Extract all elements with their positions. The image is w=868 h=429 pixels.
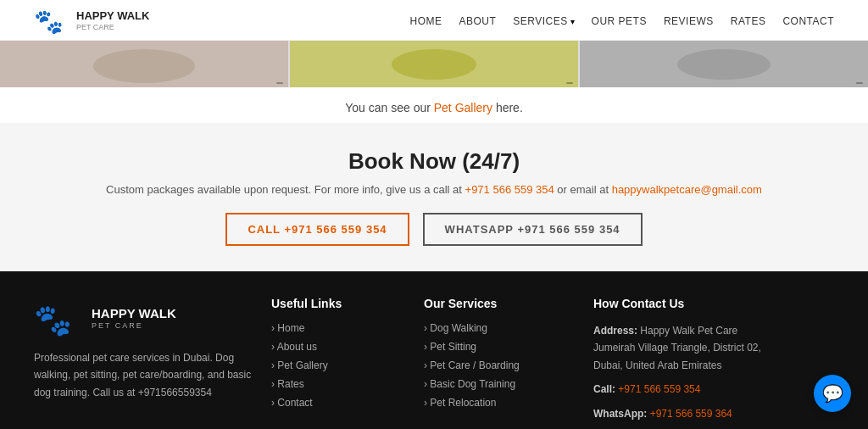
gallery-overlay-1: [276, 82, 283, 84]
svg-point-4: [392, 49, 476, 80]
service-dog-walking[interactable]: Dog Walking: [424, 322, 576, 334]
footer-contact: How Contact Us Address: Happy Walk Pet C…: [593, 297, 780, 429]
book-buttons: CALL +971 566 559 354 WHATSAPP +971 566 …: [17, 213, 851, 246]
book-desc-middle: or email at: [554, 183, 612, 196]
svg-text:🐾: 🐾: [34, 8, 64, 35]
pet-gallery-text-before: You can see our: [345, 101, 434, 114]
nav-link-services[interactable]: SERVICES: [513, 15, 567, 27]
nav-link-home[interactable]: HOME: [409, 15, 442, 27]
nav-links: HOME ABOUT SERVICES OUR PETS REVIEWS RAT…: [409, 14, 834, 27]
useful-links-list: Home About us Pet Gallery Rates Contact: [271, 322, 407, 409]
book-phone-link[interactable]: +971 566 559 354: [465, 183, 554, 196]
gallery-image-2: [290, 41, 578, 87]
footer-logo-name: HAPPY WALK: [92, 306, 176, 320]
useful-links-heading: Useful Links: [271, 297, 407, 310]
nav-item-rates[interactable]: RATES: [731, 14, 766, 27]
nav-link-contact[interactable]: CONTACT: [782, 15, 834, 27]
gallery-overlay-2: [566, 82, 573, 84]
nav-link-about[interactable]: ABOUT: [459, 15, 496, 27]
footer-brand: 🐾 HAPPY WALK PET CARE Professional pet c…: [34, 297, 254, 429]
pet-gallery-section: You can see our Pet Gallery here.: [0, 87, 868, 123]
useful-link-home[interactable]: Home: [271, 322, 407, 334]
footer-services: Our Services Dog Walking Pet Sitting Pet…: [424, 297, 576, 429]
nav-link-rates[interactable]: RATES: [731, 15, 766, 27]
svg-point-2: [93, 49, 195, 83]
pet-gallery-text-after: here.: [492, 101, 523, 114]
nav-item-contact[interactable]: CONTACT: [782, 14, 834, 27]
useful-link-contact[interactable]: Contact: [271, 397, 407, 409]
book-title: Book Now (24/7): [17, 148, 851, 175]
contact-heading: How Contact Us: [593, 297, 780, 310]
book-section: Book Now (24/7) Custom packages availabl…: [0, 123, 868, 271]
book-email-link[interactable]: happywalkpetcare@gmail.com: [612, 183, 762, 196]
footer-description: Professional pet care services in Dubai.…: [34, 349, 254, 401]
messenger-icon: 💬: [822, 383, 843, 404]
call-label: Call:: [593, 383, 615, 395]
logo[interactable]: 🐾 HAPPY WALK PET CARE: [34, 6, 149, 35]
svg-text:🐾: 🐾: [34, 302, 72, 338]
call-number[interactable]: +971 566 559 354: [618, 383, 700, 395]
footer-useful-links: Useful Links Home About us Pet Gallery R…: [271, 297, 407, 429]
call-button[interactable]: CALL +971 566 559 354: [225, 213, 409, 246]
footer-logo-sub: PET CARE: [92, 321, 176, 330]
contact-whatsapp: WhatsApp: +971 566 559 364: [593, 405, 780, 422]
nav-item-our-pets[interactable]: OUR PETS: [592, 14, 647, 27]
useful-link-pet-gallery[interactable]: Pet Gallery: [271, 359, 407, 371]
footer: 🐾 HAPPY WALK PET CARE Professional pet c…: [0, 271, 868, 429]
nav-item-home[interactable]: HOME: [409, 14, 442, 27]
nav-item-about[interactable]: ABOUT: [459, 14, 496, 27]
whatsapp-label: WhatsApp:: [593, 408, 647, 420]
gallery-image-1: [0, 41, 288, 87]
book-desc-before: Custom packages available upon request. …: [106, 183, 465, 196]
service-pet-relocation[interactable]: Pet Relocation: [424, 397, 576, 409]
logo-sub: PET CARE: [76, 23, 149, 31]
contact-address: Address: Happy Walk Pet Care Jumeirah Vi…: [593, 322, 780, 374]
contact-call: Call: +971 566 559 354: [593, 381, 780, 398]
nav-item-services[interactable]: SERVICES: [513, 14, 574, 27]
footer-logo: 🐾 HAPPY WALK PET CARE: [34, 297, 254, 339]
service-pet-care[interactable]: Pet Care / Boarding: [424, 359, 576, 371]
svg-point-6: [677, 49, 771, 80]
navigation: 🐾 HAPPY WALK PET CARE HOME ABOUT SERVICE…: [0, 0, 868, 41]
whatsapp-number[interactable]: +971 566 559 364: [650, 408, 732, 420]
nav-link-reviews[interactable]: REVIEWS: [664, 15, 714, 27]
pet-gallery-link[interactable]: Pet Gallery: [434, 101, 492, 114]
whatsapp-button[interactable]: WHATSAPP +971 566 559 354: [423, 213, 643, 246]
nav-item-reviews[interactable]: REVIEWS: [664, 14, 714, 27]
footer-logo-icon: 🐾: [34, 297, 85, 339]
logo-icon: 🐾: [34, 6, 71, 35]
useful-link-about[interactable]: About us: [271, 341, 407, 353]
gallery-overlay-3: [856, 82, 863, 84]
services-list: Dog Walking Pet Sitting Pet Care / Board…: [424, 322, 576, 409]
nav-link-our-pets[interactable]: OUR PETS: [592, 15, 647, 27]
service-dog-training[interactable]: Basic Dog Training: [424, 378, 576, 390]
gallery-image-3: [580, 41, 868, 87]
address-label: Address:: [593, 325, 637, 337]
book-description: Custom packages available upon request. …: [17, 183, 851, 196]
service-pet-sitting[interactable]: Pet Sitting: [424, 341, 576, 353]
useful-link-rates[interactable]: Rates: [271, 378, 407, 390]
logo-name: HAPPY WALK: [76, 9, 149, 22]
gallery-strip: [0, 41, 868, 87]
services-heading: Our Services: [424, 297, 576, 310]
messenger-fab[interactable]: 💬: [814, 375, 851, 412]
